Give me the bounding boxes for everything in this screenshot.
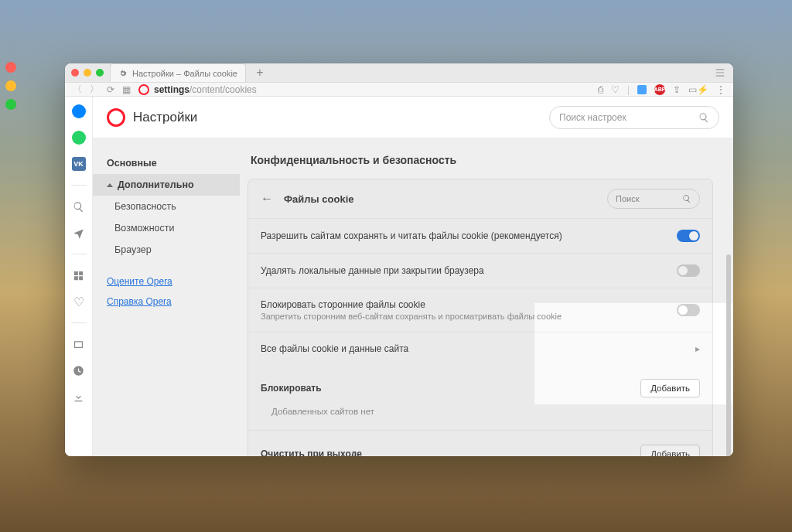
row-sublabel: Запретить сторонним веб-сайтам сохранять… <box>261 312 677 321</box>
heart-icon[interactable]: ♡ <box>611 84 620 95</box>
cookies-card: ← Файлы cookie Поиск Разрешить сайтам со… <box>248 179 713 456</box>
content-area: VK ♡ Настройки Поиск настроек <box>65 97 733 456</box>
downloads-icon[interactable] <box>72 390 86 404</box>
sidenav-browser[interactable]: Браузер <box>93 239 240 261</box>
dock-dot <box>5 80 16 91</box>
news-icon[interactable] <box>72 337 86 351</box>
extension-icon[interactable] <box>637 85 647 94</box>
macos-dock-hint <box>0 62 22 110</box>
search-icon <box>698 112 709 123</box>
row-allow-cookies: Разрешить сайтам сохранять и читать файл… <box>248 218 712 253</box>
section-title: Конфиденциальность и безопасность <box>251 154 713 166</box>
vk-icon[interactable]: VK <box>72 157 86 171</box>
gear-icon <box>118 69 128 78</box>
address-bar[interactable]: settings/content/cookies <box>138 84 257 95</box>
browser-window: Настройки – Файлы cookie + 〈 〉 ⟳ ▦ setti… <box>65 63 733 456</box>
toggle-allow-cookies[interactable] <box>677 230 700 242</box>
sidenav-basic[interactable]: Основные <box>93 152 240 174</box>
search-placeholder: Поиск настроек <box>559 112 626 123</box>
chevron-right-icon: ▸ <box>695 343 700 354</box>
opera-icon <box>138 84 149 95</box>
tab-strip: Настройки – Файлы cookie + <box>65 63 733 83</box>
settings-header: Настройки Поиск настроек <box>93 97 733 138</box>
battery-icon[interactable]: ▭⚡ <box>688 84 708 95</box>
url-text: settings/content/cookies <box>154 84 257 95</box>
minimize-window-icon[interactable] <box>84 69 91 77</box>
sidenav-rate-link[interactable]: Оцените Opera <box>93 271 240 292</box>
separator <box>71 322 87 323</box>
sidenav-advanced[interactable]: Дополнительно <box>93 174 240 196</box>
chevron-up-icon <box>107 183 113 187</box>
add-block-button[interactable]: Добавить <box>640 379 700 397</box>
close-window-icon[interactable] <box>71 69 79 77</box>
tab-menu-icon[interactable] <box>715 67 725 78</box>
browser-tab[interactable]: Настройки – Файлы cookie <box>110 63 246 82</box>
settings-search[interactable]: Поиск настроек <box>549 106 719 129</box>
row-label: Блокировать сторонние файлы cookie Запре… <box>261 299 677 321</box>
history-icon[interactable] <box>72 363 86 377</box>
forward-button[interactable]: 〉 <box>90 83 99 96</box>
toggle-block-thirdparty[interactable] <box>677 304 700 316</box>
card-header: ← Файлы cookie Поиск <box>248 179 712 218</box>
card-title: Файлы cookie <box>284 193 353 205</box>
row-label: Удалять локальные данные при закрытии бр… <box>261 265 677 276</box>
whatsapp-icon[interactable] <box>72 131 86 145</box>
add-clear-button[interactable]: Добавить <box>640 445 700 456</box>
grid-icon[interactable] <box>72 268 86 282</box>
row-label: Все файлы cookie и данные сайта <box>261 343 695 354</box>
window-controls[interactable] <box>71 69 104 77</box>
flow-icon[interactable] <box>72 226 86 240</box>
clear-title: Очистить при выходе <box>261 448 362 456</box>
block-section: Блокировать Добавить <box>248 365 712 402</box>
messenger-icon[interactable] <box>72 104 86 118</box>
settings-sidenav: Основные Дополнительно Безопасность Возм… <box>93 138 240 456</box>
reload-button[interactable]: ⟳ <box>107 84 114 95</box>
dock-dot <box>5 99 16 110</box>
sidenav-help-link[interactable]: Справка Opera <box>93 292 240 312</box>
toolbar: 〈 〉 ⟳ ▦ settings/content/cookies ⎙ ♡ | A… <box>65 83 733 97</box>
settings-main: Конфиденциальность и безопасность ← Файл… <box>240 138 733 456</box>
toolbar-right: ⎙ ♡ | ABP ⇪ ▭⚡ ⋮ <box>598 84 725 95</box>
sidebar-rail: VK ♡ <box>65 97 93 456</box>
share-icon[interactable]: ⇪ <box>673 84 681 95</box>
settings-body: Основные Дополнительно Безопасность Возм… <box>93 138 733 456</box>
snapshot-icon[interactable]: ⎙ <box>598 84 603 95</box>
separator <box>71 185 87 186</box>
block-empty-text: Добавленных сайтов нет <box>248 402 712 430</box>
page-title: Настройки <box>133 110 197 125</box>
nav-buttons: 〈 〉 ⟳ ▦ <box>73 83 131 96</box>
block-title: Блокировать <box>261 383 322 394</box>
sidenav-security[interactable]: Безопасность <box>93 196 240 217</box>
card-search-placeholder: Поиск <box>616 194 639 203</box>
speed-dial-icon[interactable]: ▦ <box>122 84 131 95</box>
settings-pane: Настройки Поиск настроек Основные Дополн… <box>93 97 733 456</box>
clear-section: Очистить при выходе Добавить <box>248 430 712 456</box>
scrollbar[interactable] <box>726 254 731 456</box>
new-tab-button[interactable]: + <box>251 66 269 80</box>
separator <box>71 254 87 254</box>
menu-icon[interactable]: ⋮ <box>716 84 725 95</box>
toggle-delete-on-close[interactable] <box>677 264 700 277</box>
heart-icon[interactable]: ♡ <box>72 295 86 309</box>
row-all-cookies[interactable]: Все файлы cookie и данные сайта ▸ <box>248 332 712 365</box>
dock-dot <box>5 62 16 73</box>
row-label: Разрешить сайтам сохранять и читать файл… <box>261 230 677 241</box>
card-search[interactable]: Поиск <box>607 189 700 209</box>
row-delete-on-close: Удалять локальные данные при закрытии бр… <box>248 253 712 288</box>
maximize-window-icon[interactable] <box>96 69 104 77</box>
back-button[interactable]: ← <box>261 192 273 206</box>
back-button[interactable]: 〈 <box>73 83 82 96</box>
abp-icon[interactable]: ABP <box>654 84 665 95</box>
sidenav-features[interactable]: Возможности <box>93 217 240 239</box>
row-block-thirdparty: Блокировать сторонние файлы cookie Запре… <box>248 288 712 332</box>
tab-title: Настройки – Файлы cookie <box>132 69 237 78</box>
opera-logo-icon <box>107 108 125 127</box>
search-icon[interactable] <box>72 200 86 213</box>
separator: | <box>627 84 630 95</box>
search-icon <box>682 194 691 203</box>
